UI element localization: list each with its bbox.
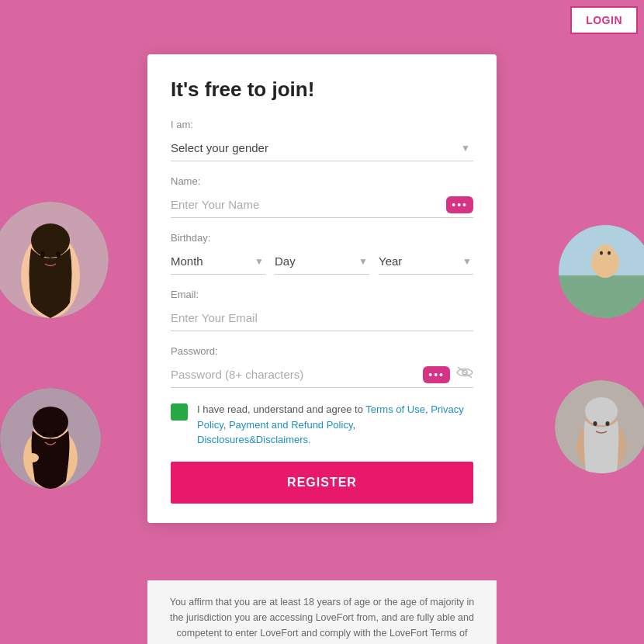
day-select-wrapper: Day for(let i=1;i<=31;i++) document.writ… xyxy=(275,248,369,275)
terms-link-tos[interactable]: Terms of Use xyxy=(365,403,425,415)
month-select-wrapper: Month JanuaryFebruaryMarch AprilMayJune … xyxy=(171,248,265,275)
card-title: It's free to join! xyxy=(171,78,473,102)
password-input-wrapper: ••• xyxy=(171,362,473,388)
svg-rect-14 xyxy=(559,272,644,318)
year-select-wrapper: Year for(let y=2005;y>=1920;y--) documen… xyxy=(379,248,473,275)
disclaimer: You affirm that you are at least 18 year… xyxy=(147,580,497,644)
svg-point-9 xyxy=(33,407,68,438)
svg-point-23 xyxy=(585,397,618,425)
dots-icon: ••• xyxy=(452,199,468,210)
name-icon-badge: ••• xyxy=(446,196,473,213)
birthday-field-group: Birthday: Month JanuaryFebruaryMarch Apr… xyxy=(171,232,473,275)
svg-point-4 xyxy=(40,251,45,258)
password-icon-badge: ••• xyxy=(423,366,450,383)
birthday-label: Birthday: xyxy=(171,232,473,244)
email-input[interactable] xyxy=(171,305,473,331)
avatar-left-bottom xyxy=(0,388,101,489)
svg-point-18 xyxy=(600,251,603,255)
register-button[interactable]: REGISTER xyxy=(171,462,473,504)
terms-checkbox[interactable] xyxy=(171,403,188,421)
password-label: Password: xyxy=(171,345,473,357)
month-select[interactable]: Month JanuaryFebruaryMarch AprilMayJune … xyxy=(171,248,265,274)
avatar-right-top xyxy=(559,225,644,318)
terms-link-refund[interactable]: Payment and Refund Policy xyxy=(229,419,352,431)
registration-card: It's free to join! I am: Select your gen… xyxy=(147,54,497,523)
gender-field-group: I am: Select your gender Man Woman ▼ xyxy=(171,119,473,161)
gender-label: I am: xyxy=(171,119,473,130)
svg-point-10 xyxy=(43,432,47,437)
terms-sep3: , xyxy=(352,419,355,431)
name-label: Name: xyxy=(171,175,473,187)
name-input[interactable] xyxy=(171,192,440,217)
terms-row: I have read, understand and agree to Ter… xyxy=(171,402,473,448)
name-input-wrapper: ••• xyxy=(171,192,473,218)
terms-sep2: , xyxy=(223,419,229,431)
eye-icon[interactable] xyxy=(456,366,473,383)
terms-text: I have read, understand and agree to Ter… xyxy=(197,402,473,448)
svg-point-19 xyxy=(608,251,611,255)
email-label: Email: xyxy=(171,289,473,300)
svg-point-12 xyxy=(26,453,39,462)
password-input[interactable] xyxy=(171,362,417,387)
login-button[interactable]: LOGIN xyxy=(570,6,638,34)
disclaimer-text: You affirm that you are at least 18 year… xyxy=(167,594,477,644)
password-dots-icon: ••• xyxy=(428,369,445,380)
birthday-row: Month JanuaryFebruaryMarch AprilMayJune … xyxy=(171,248,473,275)
svg-point-5 xyxy=(56,251,61,258)
svg-point-17 xyxy=(596,244,615,265)
day-select[interactable]: Day for(let i=1;i<=31;i++) document.writ… xyxy=(275,248,369,274)
gender-select-wrapper: Select your gender Man Woman ▼ xyxy=(171,135,473,161)
terms-prefix: I have read, understand and agree to xyxy=(197,403,365,415)
gender-select[interactable]: Select your gender Man Woman xyxy=(171,135,473,161)
svg-point-11 xyxy=(55,432,59,437)
svg-point-24 xyxy=(594,421,597,426)
email-field-group: Email: xyxy=(171,289,473,331)
password-field-group: Password: ••• xyxy=(171,345,473,388)
avatar-right-bottom xyxy=(555,380,644,473)
terms-link-disclosures[interactable]: Disclosures&Disclaimers. xyxy=(197,434,311,445)
svg-point-25 xyxy=(606,421,610,426)
avatar-left-top xyxy=(0,202,109,318)
svg-point-3 xyxy=(31,223,70,258)
name-field-group: Name: ••• xyxy=(171,175,473,218)
year-select[interactable]: Year for(let y=2005;y>=1920;y--) documen… xyxy=(379,248,473,274)
